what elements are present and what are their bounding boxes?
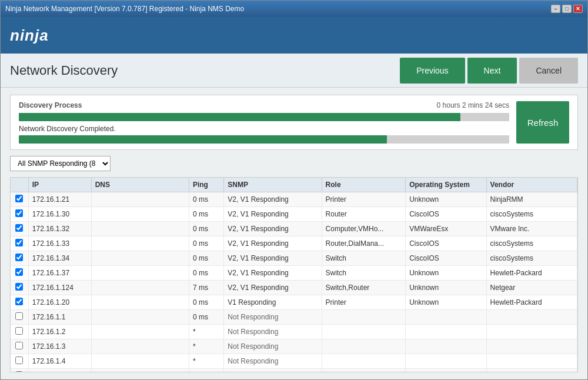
row-checkbox[interactable] bbox=[15, 356, 23, 364]
page-actions: Previous Next Cancel bbox=[400, 58, 578, 84]
row-role: Router bbox=[322, 207, 406, 222]
progress-bar-2 bbox=[19, 135, 509, 144]
row-os: CiscoIOS bbox=[406, 207, 486, 222]
minimize-button[interactable]: – bbox=[551, 5, 560, 13]
row-ping: 0 ms bbox=[189, 310, 223, 325]
row-os: Unknown bbox=[406, 266, 486, 281]
row-dns bbox=[91, 251, 189, 266]
row-dns bbox=[91, 325, 189, 339]
row-checkbox-cell bbox=[11, 310, 28, 325]
row-snmp: V2, V1 Responding bbox=[224, 251, 322, 266]
row-os: CiscoIOS bbox=[406, 236, 486, 251]
row-vendor bbox=[486, 354, 577, 369]
row-checkbox-cell bbox=[11, 339, 28, 354]
col-header-role: Role bbox=[322, 178, 406, 192]
col-header-vendor: Vendor bbox=[486, 178, 577, 192]
logo-text: ninja bbox=[10, 26, 49, 45]
row-dns bbox=[91, 310, 189, 325]
table-row: 172.16.1.330 msV2, V1 RespondingRouter,D… bbox=[11, 236, 577, 251]
close-button[interactable]: ✕ bbox=[573, 5, 583, 13]
row-checkbox[interactable] bbox=[15, 312, 23, 320]
progress-fill-2 bbox=[19, 135, 387, 144]
content-area: Discovery Process 0 hours 2 mins 24 secs… bbox=[1, 88, 587, 379]
row-checkbox-cell bbox=[11, 281, 28, 295]
row-ping: 0 ms bbox=[189, 192, 223, 207]
row-role bbox=[322, 325, 406, 339]
row-checkbox-cell bbox=[11, 207, 28, 222]
table-row: 172.16.1.10 msNot Responding bbox=[11, 310, 577, 325]
row-os: Unknown bbox=[406, 192, 486, 207]
previous-button[interactable]: Previous bbox=[400, 58, 465, 84]
row-ping: 0 ms bbox=[189, 251, 223, 266]
row-vendor: ciscoSystems bbox=[486, 207, 577, 222]
row-ip: 172.16.1.124 bbox=[28, 281, 91, 295]
row-checkbox[interactable] bbox=[15, 254, 23, 261]
row-checkbox[interactable] bbox=[15, 268, 23, 276]
row-snmp: Not Responding bbox=[224, 310, 322, 325]
row-role bbox=[322, 310, 406, 325]
row-ip: 172.16.1.32 bbox=[28, 222, 91, 236]
row-checkbox-cell bbox=[11, 369, 28, 372]
filter-select[interactable]: All SNMP Responding (8 All Devices Not R… bbox=[10, 156, 111, 171]
row-vendor bbox=[486, 369, 577, 372]
row-role: Switch bbox=[322, 251, 406, 266]
row-vendor bbox=[486, 325, 577, 339]
row-os: Unknown bbox=[406, 281, 486, 295]
row-ping: 0 ms bbox=[189, 207, 223, 222]
row-os bbox=[406, 369, 486, 372]
row-checkbox[interactable] bbox=[15, 283, 23, 291]
row-dns bbox=[91, 222, 189, 236]
page-title: Network Discovery bbox=[10, 63, 118, 78]
table-row: 172.16.1.3*Not Responding bbox=[11, 339, 577, 354]
maximize-button[interactable]: □ bbox=[562, 5, 572, 13]
row-dns bbox=[91, 295, 189, 310]
table-header-row: IP DNS Ping SNMP Role Operating System V… bbox=[11, 178, 577, 192]
next-button[interactable]: Next bbox=[467, 58, 517, 84]
row-ping: * bbox=[189, 325, 223, 339]
row-dns bbox=[91, 354, 189, 369]
row-checkbox[interactable] bbox=[15, 371, 23, 372]
row-ping: 0 ms bbox=[189, 222, 223, 236]
col-header-os: Operating System bbox=[406, 178, 486, 192]
table-body: 172.16.1.210 msV2, V1 RespondingPrinterU… bbox=[11, 192, 577, 372]
refresh-button[interactable]: Refresh bbox=[516, 101, 569, 144]
row-checkbox[interactable] bbox=[15, 224, 23, 232]
row-checkbox[interactable] bbox=[15, 327, 23, 335]
discovery-info: Discovery Process 0 hours 2 mins 24 secs… bbox=[19, 101, 509, 144]
row-role bbox=[322, 354, 406, 369]
row-role bbox=[322, 339, 406, 354]
row-snmp: V2, V1 Responding bbox=[224, 207, 322, 222]
row-role: Computer,VMHo... bbox=[322, 222, 406, 236]
row-os: Unknown bbox=[406, 295, 486, 310]
row-vendor bbox=[486, 339, 577, 354]
row-ping: 0 ms bbox=[189, 236, 223, 251]
row-checkbox-cell bbox=[11, 236, 28, 251]
row-vendor: NinjaRMM bbox=[486, 192, 577, 207]
col-header-ip: IP bbox=[28, 178, 91, 192]
row-dns bbox=[91, 207, 189, 222]
row-role: Switch,Router bbox=[322, 281, 406, 295]
logo-area: ninja bbox=[10, 26, 49, 45]
row-checkbox[interactable] bbox=[15, 239, 23, 246]
row-snmp: Not Responding bbox=[224, 339, 322, 354]
row-ip: 172.16.1.3 bbox=[28, 339, 91, 354]
table-row: 172.16.1.300 msV2, V1 RespondingRouterCi… bbox=[11, 207, 577, 222]
title-bar-left: Ninja Network Management [Version 7.0.78… bbox=[5, 5, 244, 13]
row-checkbox[interactable] bbox=[15, 209, 23, 217]
col-header-dns: DNS bbox=[91, 178, 189, 192]
row-checkbox[interactable] bbox=[15, 195, 23, 202]
row-snmp: V2, V1 Responding bbox=[224, 266, 322, 281]
row-snmp: Not Responding bbox=[224, 369, 322, 372]
row-role: Switch bbox=[322, 266, 406, 281]
row-checkbox[interactable] bbox=[15, 298, 23, 305]
table-scroll[interactable]: IP DNS Ping SNMP Role Operating System V… bbox=[11, 178, 577, 372]
row-os bbox=[406, 354, 486, 369]
row-checkbox[interactable] bbox=[15, 342, 23, 349]
row-ip: 172.16.1.1 bbox=[28, 310, 91, 325]
devices-table: IP DNS Ping SNMP Role Operating System V… bbox=[11, 178, 577, 372]
row-ip: 172.16.1.33 bbox=[28, 236, 91, 251]
cancel-button[interactable]: Cancel bbox=[519, 58, 578, 84]
main-window: Ninja Network Management [Version 7.0.78… bbox=[0, 0, 588, 380]
row-vendor: VMware Inc. bbox=[486, 222, 577, 236]
window-title: Ninja Network Management [Version 7.0.78… bbox=[5, 5, 244, 13]
